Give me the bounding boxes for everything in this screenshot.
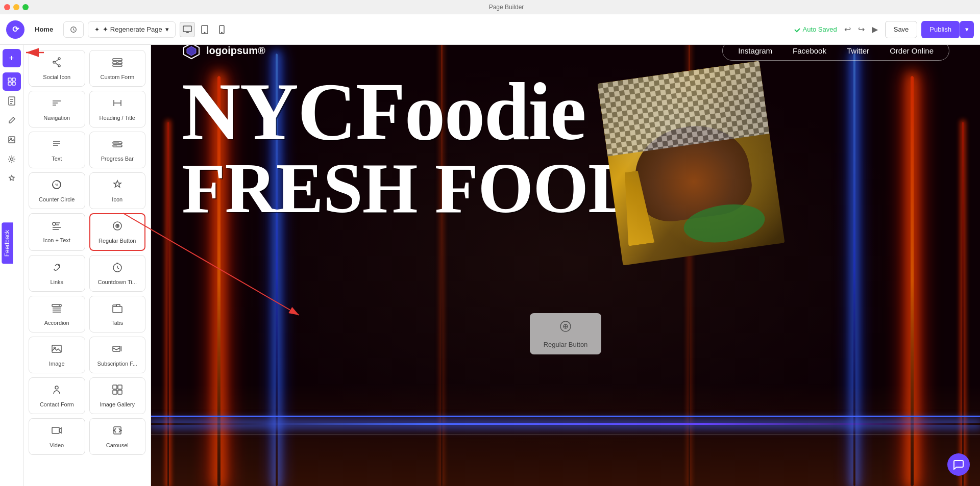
svg-point-13 [10,158,13,161]
svg-rect-18 [113,62,117,64]
widget-accordion[interactable]: Accordion [29,296,85,332]
widget-subscription[interactable]: Subscription F... [89,337,146,373]
auto-save-status: Auto Saved [794,25,837,33]
svg-rect-19 [118,62,122,64]
minimize-button[interactable] [13,4,19,10]
svg-marker-44 [187,46,196,56]
history-button[interactable] [63,21,84,38]
widget-social-icon[interactable]: Social Icon [29,50,85,87]
links-preview [51,262,62,276]
elements-panel-button[interactable] [3,72,21,91]
svg-rect-24 [113,145,117,147]
widget-icon[interactable]: Icon [89,172,146,209]
social-icon-preview [51,57,62,71]
svg-rect-39 [113,390,117,394]
canvas: logoipsum® Instagram Facebook Twitter Or… [151,31,980,486]
maximize-button[interactable] [22,4,29,10]
icon-text-label: Icon + Text [43,237,70,243]
window-title: Page Builder [33,4,980,11]
add-element-button[interactable]: + [3,49,21,67]
svg-rect-42 [114,427,121,434]
mobile-icon[interactable] [214,22,230,37]
text-preview [51,138,62,152]
widget-navigation[interactable]: Navigation [29,91,85,127]
hero-title-line2: FRESH FOOD [182,152,949,224]
subscription-label: Subscription F... [97,361,137,367]
tablet-icon[interactable] [197,22,212,37]
widget-progress-bar[interactable]: Progress Bar [89,132,146,168]
pages-button[interactable] [3,92,21,110]
device-switcher [180,22,230,37]
publish-dropdown-button[interactable]: ▾ [960,21,974,38]
nav-instagram[interactable]: Instagram [729,44,781,57]
nav-twitter[interactable]: Twitter [838,44,878,57]
custom-form-preview [112,57,123,71]
redo-button[interactable]: ↪ [855,22,868,36]
widget-countdown[interactable]: Countdown Ti... [89,255,146,292]
widget-heading[interactable]: Heading / Title [89,91,146,127]
progress-bar-preview [112,138,123,152]
svg-point-3 [204,32,205,33]
nav-facebook[interactable]: Facebook [783,44,836,57]
svg-rect-22 [113,142,119,144]
effects-button[interactable] [3,169,21,188]
app-logo: ⟳ [6,20,24,39]
top-bar-right: Auto Saved ↩ ↪ ▶ Save Publish ▾ [794,21,974,38]
widget-text[interactable]: Text [29,132,85,168]
publish-button[interactable]: Publish [921,21,960,38]
accordion-preview [51,302,62,317]
widget-regular-button[interactable]: Regular Button [89,213,146,251]
counter-circle-label: Counter Circle [39,196,75,202]
accordion-label: Accordion [44,320,69,326]
svg-rect-31 [113,306,122,313]
widget-gallery[interactable]: Image Gallery [89,377,146,414]
icon-text-preview [51,220,62,234]
hero-section: logoipsum® Instagram Facebook Twitter Or… [151,31,980,486]
widget-contact-form[interactable]: Contact Form [29,377,85,414]
widget-links[interactable]: Links [29,255,85,292]
widget-image[interactable]: Image [29,337,85,373]
navigation-label: Navigation [43,115,70,121]
save-button[interactable]: Save [885,21,918,38]
widget-custom-form[interactable]: Custom Form [89,50,146,87]
image-label: Image [49,361,65,367]
regenerate-button[interactable]: ✦ ✦ Regenerate Page ▾ [88,21,176,38]
desktop-icon[interactable] [180,22,195,37]
svg-rect-41 [52,427,59,433]
widget-icon-text[interactable]: Icon + Text [29,213,85,251]
contact-form-preview [51,384,62,398]
chat-bubble[interactable] [947,453,970,476]
svg-point-16 [58,65,60,67]
svg-rect-6 [8,78,11,81]
subscription-preview [112,343,123,357]
svg-rect-17 [113,59,122,61]
undo-button[interactable]: ↩ [841,22,854,36]
carousel-label: Carousel [106,442,129,448]
hero-title-line1: NYCFoodie [182,71,949,152]
widget-grid: Social Icon Custom Form Navigation [29,50,145,455]
widget-carousel[interactable]: Carousel [89,418,146,455]
home-button[interactable]: Home [29,21,59,38]
close-button[interactable] [4,4,10,10]
svg-point-15 [53,61,55,63]
play-button[interactable]: ▶ [869,22,881,36]
icon-preview [112,179,123,193]
svg-rect-40 [118,390,122,394]
svg-rect-38 [118,385,122,389]
svg-rect-30 [52,304,61,306]
svg-rect-8 [8,82,11,85]
widget-video[interactable]: Video [29,418,85,455]
tabs-preview [112,302,123,317]
feedback-tab[interactable]: Feedback [2,222,13,264]
svg-point-36 [55,386,58,389]
widget-tabs[interactable]: Tabs [89,296,146,332]
social-icon-label: Social Icon [43,74,70,80]
media-button[interactable] [3,131,21,149]
settings-button[interactable] [3,150,21,168]
navigation-preview [51,97,62,112]
edit-button[interactable] [3,111,21,130]
widget-counter-circle[interactable]: % Counter Circle [29,172,85,209]
undo-redo-buttons: ↩ ↪ ▶ [841,22,881,36]
nav-order-online[interactable]: Order Online [880,44,943,57]
drag-preview-label: Regular Button [544,341,588,348]
